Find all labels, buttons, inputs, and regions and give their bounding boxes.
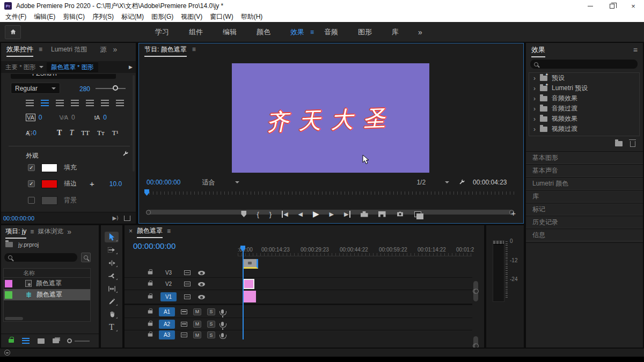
- effects-folder-presets[interactable]: › 预设: [529, 73, 639, 83]
- find-button[interactable]: [81, 253, 91, 262]
- track-header-v1[interactable]: V1: [125, 291, 238, 303]
- go-to-in-button[interactable]: ◀: [282, 211, 288, 218]
- effects-folder-video-effects[interactable]: › 视频效果: [529, 114, 639, 124]
- faux-bold-button[interactable]: T: [57, 129, 62, 137]
- panel-essential-sound[interactable]: 基本声音: [526, 164, 643, 177]
- solo-button[interactable]: S: [207, 321, 215, 328]
- workspace-tab-learning[interactable]: 学习: [155, 27, 169, 37]
- sync-lock-icon[interactable]: [181, 309, 187, 314]
- justify-last-center-icon[interactable]: [86, 100, 94, 106]
- extract-button[interactable]: [378, 211, 386, 217]
- effects-search-input[interactable]: [530, 60, 638, 69]
- sync-lock-icon[interactable]: [181, 322, 187, 327]
- faux-italic-button[interactable]: T: [69, 129, 74, 137]
- track-v3-badge[interactable]: V3: [160, 268, 177, 277]
- stroke-color-swatch[interactable]: [41, 180, 57, 188]
- zoom-slider-knob[interactable]: [67, 338, 72, 343]
- tracking-value[interactable]: 0: [39, 114, 42, 121]
- fill-checkbox[interactable]: ✓: [28, 164, 35, 171]
- align-right-icon[interactable]: [56, 100, 64, 106]
- kerning-value[interactable]: 0: [71, 114, 75, 121]
- solo-button[interactable]: S: [207, 308, 215, 315]
- timeline-ruler[interactable]: :00:00 00:00:14:23 00:00:29:23 00:00:44:…: [238, 246, 472, 256]
- track-a1-badge[interactable]: A1: [159, 307, 175, 316]
- delete-trash-icon[interactable]: [630, 141, 635, 147]
- mark-in-button[interactable]: {: [257, 210, 259, 218]
- audio-tracks-scrollbar[interactable]: [473, 336, 478, 348]
- menu-window[interactable]: 窗口(W): [210, 12, 233, 21]
- track-header-v2[interactable]: V2: [125, 278, 238, 290]
- add-stroke-plus-icon[interactable]: +: [90, 179, 94, 188]
- effect-controls-overflow-icon[interactable]: »: [113, 45, 117, 54]
- program-settings-wrench-icon[interactable]: [458, 179, 465, 186]
- timeline-playhead-line[interactable]: [243, 249, 244, 339]
- justify-all-icon[interactable]: [116, 100, 124, 106]
- razor-tool[interactable]: [105, 270, 119, 281]
- project-overflow-icon[interactable]: »: [67, 227, 71, 236]
- play-around-icon[interactable]: ▶⟩: [112, 215, 119, 221]
- creative-cloud-icon[interactable]: [4, 350, 10, 356]
- step-back-button[interactable]: ◀: [298, 211, 303, 218]
- effects-folder-video-transitions[interactable]: › 视频过渡: [529, 124, 639, 134]
- go-to-out-button[interactable]: ▶: [344, 211, 350, 218]
- sync-lock-icon[interactable]: [184, 282, 191, 286]
- workspace-tab-audio[interactable]: 音频: [324, 27, 338, 37]
- menu-help[interactable]: 帮助(H): [241, 12, 263, 21]
- sub-clip-selector[interactable]: 颜色遮罩 * 图形: [47, 62, 98, 72]
- workspace-tab-editing[interactable]: 编辑: [223, 27, 237, 37]
- baseline-shift-value[interactable]: 0: [33, 129, 36, 137]
- voiceover-record-mic-icon[interactable]: [221, 333, 224, 337]
- comparison-view-icon[interactable]: [414, 211, 421, 217]
- track-lock-icon[interactable]: [148, 334, 153, 337]
- panel-history[interactable]: 历史记录: [526, 216, 643, 228]
- stroke-width-value[interactable]: 10.0: [109, 180, 122, 188]
- chevron-right-icon[interactable]: ›: [533, 75, 536, 82]
- leading-value[interactable]: 0: [103, 114, 107, 121]
- workspace-tab-libraries[interactable]: 库: [392, 27, 399, 37]
- voiceover-record-mic-icon[interactable]: [221, 309, 224, 314]
- align-center-icon[interactable]: [41, 100, 49, 106]
- step-forward-button[interactable]: ▶: [330, 211, 334, 218]
- tab-project[interactable]: 项目: jy: [5, 227, 26, 236]
- track-header-a2[interactable]: A2 M S: [125, 318, 238, 330]
- voiceover-record-mic-icon[interactable]: [221, 322, 224, 326]
- timeline-menu-icon[interactable]: ≡: [167, 227, 171, 235]
- workspace-tab-graphics[interactable]: 图形: [358, 27, 372, 37]
- project-row-color-matte[interactable]: 颜色遮罩: [4, 278, 90, 289]
- track-output-eye-icon[interactable]: [198, 295, 205, 299]
- program-monitor-title[interactable]: 节目: 颜色遮罩: [144, 45, 187, 54]
- icon-view-button[interactable]: [38, 338, 45, 344]
- track-select-forward-tool[interactable]: [105, 245, 119, 255]
- lift-button[interactable]: [361, 211, 368, 217]
- add-marker-button[interactable]: [241, 211, 246, 217]
- menu-markers[interactable]: 标记(M): [121, 12, 144, 21]
- stroke-checkbox[interactable]: ✓: [28, 180, 35, 187]
- clip-v1[interactable]: [243, 291, 256, 302]
- panel-libraries[interactable]: 库: [526, 190, 643, 203]
- mute-button[interactable]: M: [193, 308, 201, 315]
- tab-lumetri-scopes[interactable]: Lumetri 范围: [51, 45, 87, 54]
- justify-last-right-icon[interactable]: [101, 100, 109, 106]
- track-header-a3[interactable]: A3 M S: [125, 330, 238, 339]
- menu-graphics[interactable]: 图形(G): [151, 12, 173, 21]
- panel-expand-arrow-icon[interactable]: ▶: [129, 64, 133, 70]
- timeline-current-timecode[interactable]: 00:00:00:00: [133, 241, 175, 250]
- panel-info[interactable]: 信息: [526, 228, 643, 241]
- track-output-eye-icon[interactable]: [198, 271, 205, 275]
- master-clip-selector[interactable]: 主要 * 图形: [5, 63, 36, 71]
- small-caps-button[interactable]: Tт: [97, 129, 105, 137]
- effects-folder-audio-effects[interactable]: › 音频效果: [529, 93, 639, 104]
- effects-folder-audio-transitions[interactable]: › 音频过渡: [529, 104, 639, 114]
- all-caps-button[interactable]: TT: [81, 129, 90, 137]
- font-name-field[interactable]: FZShuTi: [32, 74, 57, 77]
- mute-button[interactable]: M: [193, 321, 201, 328]
- new-custom-bin-icon[interactable]: [615, 141, 623, 146]
- menu-edit[interactable]: 编辑(E): [34, 12, 55, 21]
- project-search-input[interactable]: [4, 253, 77, 262]
- project-row-sequence[interactable]: 颜色遮罩: [4, 289, 90, 300]
- project-file-name[interactable]: jy.prproj: [18, 241, 39, 248]
- menu-clip[interactable]: 剪辑(C): [63, 12, 85, 21]
- panel-markers[interactable]: 标记: [526, 203, 643, 216]
- home-button[interactable]: [5, 25, 21, 39]
- zoom-slider-track[interactable]: [75, 341, 90, 342]
